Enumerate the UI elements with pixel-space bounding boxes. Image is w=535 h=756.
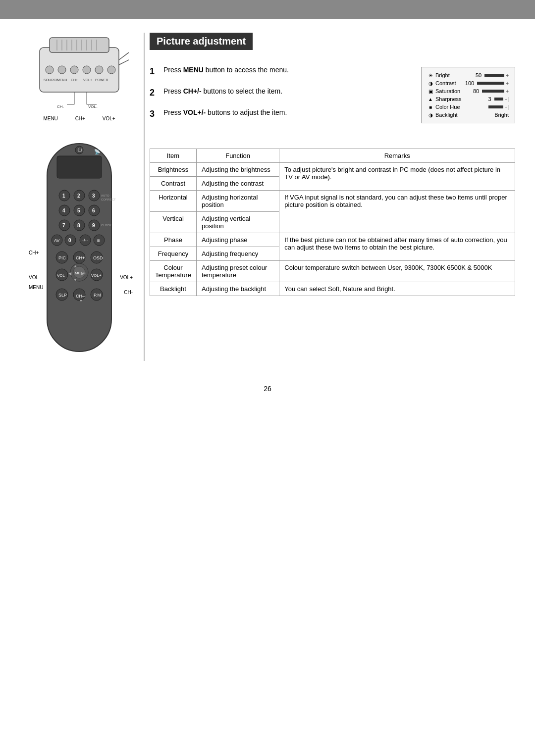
osd-row-bright: ☀ Bright 50 + xyxy=(428,71,509,79)
svg-text:SLP: SLP xyxy=(58,293,67,298)
osd-bright-bar: + xyxy=(484,73,509,78)
ch-minus-side-label: CH- xyxy=(124,290,133,295)
step-3-text: Press VOL+/- buttons to adjust the item. xyxy=(163,107,287,121)
vol-minus-side-label: VOL- xyxy=(29,275,40,280)
svg-point-15 xyxy=(95,66,103,74)
vol-plus-side-label: VOL+ xyxy=(120,275,133,280)
svg-text:VOL+: VOL+ xyxy=(91,273,102,278)
ch-plus-side-label: CH+ xyxy=(29,250,39,255)
svg-point-13 xyxy=(70,66,78,74)
vol-plus-label: VOL+ xyxy=(103,116,115,121)
info-table: Item Function Remarks Brightness Adjusti… xyxy=(150,149,515,296)
row-function: Adjusting frequency xyxy=(196,247,279,261)
svg-text:9: 9 xyxy=(92,223,95,228)
svg-text:≡: ≡ xyxy=(97,238,100,243)
osd-bright-value: 50 xyxy=(476,72,482,78)
top-bar xyxy=(0,0,535,19)
row-function: Adjusting the backlight xyxy=(196,282,279,296)
device-bottom-labels: MENU CH+ VOL+ xyxy=(30,116,129,121)
step-3: 3 Press VOL+/- buttons to adjust the ite… xyxy=(150,107,409,121)
svg-text:📡: 📡 xyxy=(94,149,101,155)
osd-colorhue-bar: +| xyxy=(488,104,509,110)
svg-text:POWER: POWER xyxy=(95,78,108,82)
row-remarks: If the best picture can not be obtained … xyxy=(279,233,515,261)
table-row: Phase Adjusting phase If the best pictur… xyxy=(150,233,515,247)
osd-saturation-bar: + xyxy=(482,89,509,94)
sharpness-icon: ▲ xyxy=(428,97,433,102)
osd-bright-label: Bright xyxy=(435,72,474,78)
row-item: Phase xyxy=(150,233,197,247)
right-column: Picture adjustment 1 Press MENU button t… xyxy=(150,33,515,361)
row-function: Adjusting preset colour temperature xyxy=(196,261,279,282)
svg-text:5: 5 xyxy=(77,208,80,213)
osd-saturation-label: Saturation xyxy=(435,88,471,94)
svg-text:3: 3 xyxy=(92,193,95,199)
row-remarks: Colour temperature switch between User, … xyxy=(279,261,515,282)
menu-side-label: MENU xyxy=(29,285,43,290)
osd-sharpness-value: 3 xyxy=(488,96,491,102)
svg-point-11 xyxy=(46,66,54,74)
step-1: 1 Press MENU button to access the menu. xyxy=(150,65,409,78)
backlight-icon: ◑ xyxy=(428,112,433,118)
row-function: Adjusting the brightness xyxy=(196,163,279,177)
osd-contrast-value: 100 xyxy=(465,80,474,86)
osd-row-backlight: ◑ Backlight Bright xyxy=(428,111,509,119)
osd-menu-box: ☀ Bright 50 + ◑ Contrast 100 + xyxy=(421,67,515,123)
vertical-divider xyxy=(144,33,145,361)
svg-text:8: 8 xyxy=(77,223,80,228)
svg-text:CORRECT: CORRECT xyxy=(101,198,116,201)
row-item: ColourTemperature xyxy=(150,261,197,282)
osd-backlight-label: Backlight xyxy=(435,112,492,118)
section-title-text: Picture adjustment xyxy=(150,33,253,50)
svg-text:◀: ◀ xyxy=(68,271,72,276)
osd-row-saturation: ▣ Saturation 80 + xyxy=(428,87,509,95)
svg-text:PIC: PIC xyxy=(58,255,66,260)
table-row: Brightness Adjusting the brightness To a… xyxy=(150,163,515,177)
osd-colorhue-label: Color Hue xyxy=(435,104,486,110)
svg-text:AV: AV xyxy=(54,238,59,243)
row-item: Contrast xyxy=(150,177,197,191)
row-item: Horizontal xyxy=(150,191,197,212)
svg-text:▼: ▼ xyxy=(73,278,77,282)
ch-plus-label: CH+ xyxy=(75,116,85,121)
svg-text:4: 4 xyxy=(62,208,65,213)
menu-label: MENU xyxy=(43,116,57,121)
col-header-function: Function xyxy=(196,149,279,163)
step-1-number: 1 xyxy=(150,65,160,78)
svg-text:VOL+: VOL+ xyxy=(83,78,92,82)
osd-row-contrast: ◑ Contrast 100 + xyxy=(428,79,509,87)
svg-text:P.M: P.M xyxy=(94,293,101,298)
section-title: Picture adjustment xyxy=(150,33,515,55)
svg-line-22 xyxy=(119,52,129,60)
device-top-svg: SOURCE MENU CH+ VOL+ POWER CH- VOL- xyxy=(30,33,129,112)
osd-row-colorhue: ■ Color Hue +| xyxy=(428,103,509,111)
row-item: Vertical xyxy=(150,212,197,233)
table-row: Horizontal Adjusting horizontal position… xyxy=(150,191,515,212)
svg-text:⏻: ⏻ xyxy=(77,147,82,152)
remote-svg: ⏻ 📡 1 2 3 AUTO CORRECT 4 5 xyxy=(30,141,129,359)
svg-text:6: 6 xyxy=(92,208,95,213)
svg-text:▼: ▼ xyxy=(79,299,83,302)
row-item: Backlight xyxy=(150,282,197,296)
svg-line-23 xyxy=(119,60,129,65)
saturation-icon: ▣ xyxy=(428,89,433,94)
colorhue-icon: ■ xyxy=(428,104,433,110)
col-header-item: Item xyxy=(150,149,197,163)
svg-text:CH+: CH+ xyxy=(71,78,78,82)
svg-text:▲: ▲ xyxy=(73,264,77,268)
col-header-remarks: Remarks xyxy=(279,149,515,163)
svg-text:CLOCK: CLOCK xyxy=(101,224,111,227)
svg-text:MENU: MENU xyxy=(75,271,87,275)
svg-rect-1 xyxy=(50,38,109,52)
osd-contrast-label: Contrast xyxy=(435,80,463,86)
svg-text:VOL-: VOL- xyxy=(88,104,98,109)
row-function: Adjusting phase xyxy=(196,233,279,247)
osd-sharpness-bar: +| xyxy=(494,97,509,102)
steps-list: 1 Press MENU button to access the menu. … xyxy=(150,65,409,129)
svg-text:OSD: OSD xyxy=(93,255,103,260)
step-3-number: 3 xyxy=(150,107,160,121)
svg-text:7: 7 xyxy=(62,223,65,228)
contrast-icon: ◑ xyxy=(428,81,433,86)
svg-text:1: 1 xyxy=(62,193,65,199)
svg-text:SOURCE: SOURCE xyxy=(44,78,58,82)
